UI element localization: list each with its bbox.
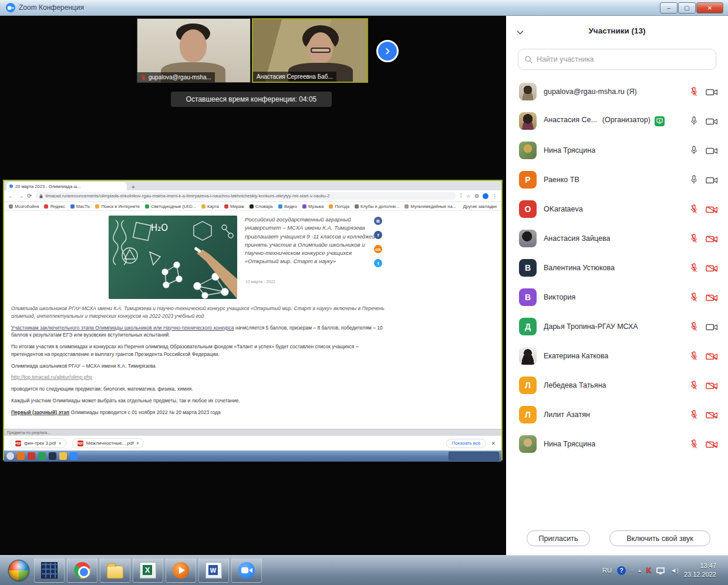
bookmark-item: МасТЬ bbox=[70, 204, 90, 209]
invite-button[interactable]: Пригласить bbox=[527, 530, 590, 546]
other-bookmarks: Другие закладки bbox=[463, 204, 497, 209]
unmute-button[interactable]: Включить свой звук bbox=[609, 530, 710, 546]
next-videos-button[interactable]: › bbox=[376, 40, 399, 62]
participant-row[interactable]: Анастасия Зайцева bbox=[506, 224, 728, 253]
file-explorer-icon bbox=[107, 566, 123, 579]
mic-muted-icon bbox=[690, 439, 698, 450]
participant-row[interactable]: ДДарья Тропина-РГАУ МСХА bbox=[506, 312, 728, 341]
participant-avatar bbox=[519, 435, 537, 453]
bookmark-item: Поиск в Интернете bbox=[95, 204, 140, 209]
participant-row[interactable]: Нина Трясцина bbox=[506, 136, 728, 165]
participant-row[interactable]: Анастасия Се...(Организатор) bbox=[506, 106, 728, 136]
participant-row[interactable]: OOKarataeva bbox=[506, 194, 728, 224]
downloads-bar: PDFфин-трек 3.pdf▾PDFМежличностные....pd… bbox=[4, 435, 501, 450]
camera-off-icon bbox=[706, 351, 718, 361]
participant-row[interactable]: ЛЛилит Азатян bbox=[506, 400, 728, 429]
mic-on-icon bbox=[690, 116, 698, 127]
camera-off-icon bbox=[706, 204, 718, 214]
bookmark-favicon bbox=[302, 204, 306, 209]
zoom-app-icon bbox=[6, 3, 15, 12]
window-titlebar: Zoom Конференция – ▢ ✕ bbox=[0, 0, 728, 16]
remote-taskbar-app-icon bbox=[6, 452, 14, 460]
participants-list: gupalova@rgau-msha.ru (Я)Анастасия Се...… bbox=[506, 77, 728, 459]
camera-off-icon bbox=[706, 380, 718, 391]
pdf-icon: PDF bbox=[77, 441, 83, 446]
help-icon[interactable]: ? bbox=[617, 566, 626, 575]
system-tray: RU ? ▫ ▴ K ◄) 13:47 23.12.2022 bbox=[602, 562, 724, 579]
camera-on-icon bbox=[706, 116, 718, 126]
bookmark-item: Мультимедийные на... bbox=[405, 204, 456, 209]
remote-browser-toolbar: ← → ⟳ timacad.ru/announcements/olimpiada… bbox=[4, 190, 501, 202]
participant-name: Нина Трясцина bbox=[544, 440, 595, 448]
taskbar-excel-button[interactable] bbox=[133, 558, 163, 583]
search-input[interactable] bbox=[537, 55, 709, 63]
bookmark-favicon bbox=[329, 204, 333, 209]
search-box[interactable] bbox=[518, 49, 716, 70]
minimize-button[interactable]: – bbox=[660, 2, 678, 14]
bookmark-favicon bbox=[355, 204, 359, 209]
remote-taskbar-app-icon bbox=[49, 452, 56, 460]
participant-name: gupalova@rgau-msha.ru (Я) bbox=[544, 88, 637, 96]
network-icon[interactable] bbox=[656, 567, 665, 573]
article-paragraphs: Олимпиада школьников РГАУ-МСХА имени К.А… bbox=[11, 305, 388, 420]
participant-row[interactable]: РРаенко ТВ bbox=[506, 165, 728, 194]
panel-header: Участники (13) bbox=[506, 16, 728, 45]
language-indicator[interactable]: RU bbox=[602, 567, 612, 574]
remote-system-tray bbox=[449, 452, 499, 460]
windows-taskbar: RU ? ▫ ▴ K ◄) 13:47 23.12.2022 bbox=[0, 555, 728, 585]
remote-taskbar-app-icon bbox=[59, 452, 67, 460]
participant-avatar: O bbox=[519, 200, 537, 218]
taskbar-zoom-button[interactable] bbox=[231, 558, 262, 583]
article-paragraph: http://top.timacad.ru/abitur/olimp.php bbox=[11, 374, 388, 381]
collapse-panel-icon[interactable] bbox=[517, 26, 524, 37]
taskbar-chrome-button[interactable] bbox=[67, 558, 97, 583]
video-tile-1[interactable]: gupalova@rgau-msha... bbox=[137, 18, 251, 83]
shared-screen: 20 марта 2023 - Олимпиада ш... + ← → ⟳ t… bbox=[3, 180, 503, 460]
video-tile-2-active-speaker[interactable]: Анастасия Сергеевна Баб... bbox=[252, 18, 368, 83]
address-bar: timacad.ru/announcements/olimpiada-shkol… bbox=[35, 192, 456, 200]
remote-taskbar-app-icon bbox=[38, 452, 46, 460]
camera-on-icon bbox=[706, 86, 718, 97]
mic-muted-icon bbox=[690, 351, 698, 362]
camera-off-icon bbox=[706, 292, 718, 302]
taskbar-file-explorer-button[interactable] bbox=[100, 558, 130, 583]
participant-row[interactable]: Нина Трясцина bbox=[506, 429, 728, 459]
show-hidden-icons-caret[interactable]: ▴ bbox=[638, 567, 641, 573]
participant-row[interactable]: gupalova@rgau-msha.ru (Я) bbox=[506, 77, 728, 106]
participant-row[interactable]: ЛЛебедева Татьяна bbox=[506, 371, 728, 400]
svg-text:H₂O: H₂O bbox=[151, 223, 168, 233]
download-chip: PDFМежличностные....pdf▾ bbox=[72, 438, 144, 448]
kaspersky-icon[interactable]: K bbox=[646, 566, 652, 574]
bookmark-item: Словарь bbox=[250, 204, 273, 209]
participant-avatar bbox=[519, 347, 537, 365]
volume-icon[interactable]: ◄) bbox=[670, 567, 679, 574]
participants-panel: Участники (13) gupalova@rgau-msha.ru (Я)… bbox=[506, 16, 728, 555]
bookmark-favicon bbox=[224, 204, 228, 209]
participants-title: Участники (13) bbox=[506, 16, 728, 35]
maximize-button[interactable]: ▢ bbox=[678, 2, 696, 14]
participant-name: Екатерина Каткова bbox=[544, 352, 608, 360]
camera-off-icon bbox=[706, 233, 718, 244]
participant-row[interactable]: ВВиктория bbox=[506, 283, 728, 312]
chevron-down-icon: ▾ bbox=[59, 441, 61, 446]
participant-avatar: В bbox=[519, 288, 537, 306]
participant-row[interactable]: Екатерина Каткова bbox=[506, 341, 728, 371]
pdf-icon: PDF bbox=[15, 441, 21, 446]
remote-browser-tab: 20 марта 2023 - Олимпиада ш... bbox=[6, 182, 127, 190]
start-button[interactable] bbox=[8, 560, 29, 581]
participant-row[interactable]: ВВалентина Устюкова bbox=[506, 253, 728, 283]
remote-taskbar-app-icon bbox=[70, 452, 77, 460]
video-name-label: gupalova@rgau-msha... bbox=[137, 72, 215, 82]
taskbar-word-button[interactable] bbox=[198, 558, 229, 583]
mic-on-icon bbox=[690, 145, 698, 156]
clock[interactable]: 13:47 23.12.2022 bbox=[684, 562, 720, 579]
close-button[interactable]: ✕ bbox=[696, 2, 723, 14]
taskbar-media-player-button[interactable] bbox=[166, 558, 196, 583]
favicon bbox=[9, 184, 13, 188]
hidden-tray-icon[interactable]: ▫ bbox=[631, 567, 633, 573]
odnoklassniki-icon: ok bbox=[374, 245, 382, 253]
bookmark-item: Музыка bbox=[302, 204, 324, 209]
web-page-content: H₂O bbox=[4, 211, 501, 429]
taskbar-grid-app-button[interactable] bbox=[34, 558, 65, 583]
participant-avatar bbox=[519, 112, 537, 130]
